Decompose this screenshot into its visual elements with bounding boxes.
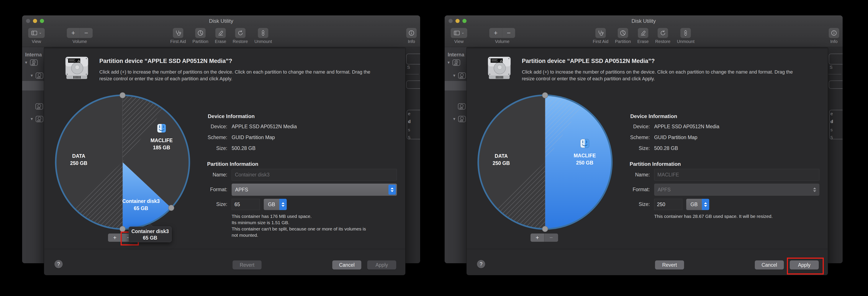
- sidebar-selected-row[interactable]: [22, 81, 44, 90]
- add-partition-button[interactable]: +: [108, 234, 122, 242]
- unmount-control: Unmount: [677, 28, 694, 44]
- dialog-description-line: Click add (+) to increase the number of …: [99, 68, 370, 75]
- help-button[interactable]: ?: [55, 260, 63, 268]
- revert-button[interactable]: Revert: [232, 260, 261, 269]
- partition-pie-chart[interactable]: MACLIFE250 GBDATA250 GB: [473, 90, 617, 234]
- size-unit-select[interactable]: GB: [264, 199, 287, 210]
- pie-slice-size: 185 GB: [153, 145, 170, 150]
- erase-label: Erase: [215, 39, 226, 44]
- revert-button[interactable]: Revert: [655, 260, 684, 269]
- info-label: Info: [830, 39, 837, 44]
- sidebar-item-volume[interactable]: [458, 103, 466, 110]
- partition-add-remove-control: + −: [530, 234, 558, 242]
- resize-handle[interactable]: [542, 226, 548, 232]
- stepper-icon[interactable]: [279, 199, 287, 210]
- size-unit-value: GB: [264, 199, 279, 210]
- pie-slice-name: MACLIFE: [151, 138, 173, 143]
- unmount-label: Unmount: [677, 39, 694, 44]
- background-fragment-text: 5: [408, 135, 410, 140]
- size-unit-select[interactable]: GB: [686, 199, 709, 210]
- disk-icon: [458, 103, 466, 110]
- unmount-button[interactable]: [258, 28, 268, 38]
- remove-partition-button[interactable]: −: [545, 234, 558, 242]
- dialog-description-line: resize control or enter the size of each…: [522, 75, 793, 82]
- background-fragment-text: 5: [831, 135, 833, 140]
- pie-slice-name: DATA: [495, 153, 508, 159]
- sidebar-item-container[interactable]: ▼: [30, 72, 43, 79]
- scheme-value: GUID Partition Map: [231, 135, 275, 140]
- restore-button[interactable]: [658, 28, 668, 38]
- partition-tooltip: Container disk3 65 GB: [129, 227, 172, 242]
- unmount-eject-icon: [260, 30, 266, 36]
- hard-drive-icon: [65, 55, 89, 80]
- scheme-value: GUID Partition Map: [654, 135, 697, 140]
- first-aid-button[interactable]: [173, 28, 183, 38]
- sidebar: Interna ▼ ▼: [22, 47, 44, 263]
- erase-pencil-icon: [217, 30, 224, 36]
- pie-slice-size: 250 GB: [70, 160, 87, 166]
- sidebar-selected-row[interactable]: [445, 81, 467, 90]
- info-button[interactable]: [406, 28, 417, 38]
- unmount-eject-icon: [682, 30, 689, 36]
- partition-pie-chart[interactable]: MACLIFE185 GBContainer disk365 GBDATA250…: [51, 90, 194, 234]
- erase-button[interactable]: [215, 28, 226, 38]
- partition-information-heading: Partition Information: [207, 161, 258, 167]
- disclosure-triangle-icon[interactable]: ▼: [30, 73, 34, 78]
- background-divider: [828, 74, 841, 75]
- partition-note-line: This container has 176 MB used space.: [231, 213, 366, 219]
- sidebar-item-disk[interactable]: ▼: [24, 59, 38, 66]
- sidebar-item-disk[interactable]: ▼: [447, 59, 461, 66]
- info-button[interactable]: [829, 28, 839, 38]
- resize-handle[interactable]: [120, 226, 125, 232]
- format-select[interactable]: APFS: [654, 184, 819, 196]
- erase-button[interactable]: [638, 28, 648, 38]
- disk-icon: [458, 72, 466, 79]
- partition-button[interactable]: [618, 28, 628, 38]
- disclosure-triangle-icon[interactable]: ▼: [30, 117, 34, 121]
- background-fragment-text: s: [408, 127, 410, 132]
- format-label: Format:: [183, 187, 227, 193]
- device-size-label: Size:: [183, 145, 227, 151]
- disclosure-triangle-icon[interactable]: ▼: [447, 61, 451, 65]
- partition-name-field[interactable]: MACLIFE: [654, 169, 819, 181]
- resize-handle[interactable]: [542, 92, 548, 98]
- finder-icon: [157, 124, 166, 132]
- stethoscope-icon: [597, 30, 604, 36]
- background-window-strip: S e d s 5: [828, 47, 843, 263]
- background-fragment: [829, 54, 843, 64]
- apply-button[interactable]: Apply: [367, 260, 396, 269]
- resize-handle[interactable]: [168, 205, 174, 211]
- resize-handle[interactable]: [120, 92, 125, 98]
- sidebar-item-volume[interactable]: [35, 103, 43, 110]
- sidebar-item-volume[interactable]: ▼: [453, 116, 466, 122]
- help-button[interactable]: ?: [477, 260, 485, 268]
- tooltip-name: Container disk3: [129, 228, 172, 235]
- disclosure-triangle-icon[interactable]: ▼: [24, 61, 28, 65]
- pie-slice-size: 65 GB: [134, 206, 148, 211]
- cancel-button[interactable]: Cancel: [755, 260, 784, 269]
- partition-note-line: This container can't be split, because o…: [231, 226, 366, 232]
- disclosure-triangle-icon[interactable]: ▼: [453, 117, 456, 121]
- pie-slice-name: Container disk3: [122, 198, 160, 204]
- partition-name-field[interactable]: Container disk3: [231, 169, 397, 181]
- dialog-title: Partition device “APPLE SSD AP0512N Medi…: [99, 58, 232, 64]
- stepper-icon[interactable]: [702, 199, 709, 210]
- background-fragment-text: s: [831, 127, 833, 132]
- stepper-icon[interactable]: [811, 185, 818, 195]
- info-label: Info: [408, 39, 415, 44]
- background-divider: [406, 74, 419, 75]
- add-partition-button[interactable]: +: [530, 234, 545, 242]
- format-select[interactable]: APFS: [231, 184, 397, 196]
- partition-size-input[interactable]: 250: [654, 199, 682, 210]
- partition-button[interactable]: [195, 28, 206, 38]
- partition-size-input[interactable]: 65: [231, 199, 260, 210]
- stepper-icon[interactable]: [389, 185, 396, 195]
- device-size-value: 500.28 GB: [231, 145, 255, 151]
- sidebar-item-volume[interactable]: ▼: [30, 116, 43, 122]
- restore-button[interactable]: [235, 28, 246, 38]
- unmount-button[interactable]: [680, 28, 691, 38]
- disclosure-triangle-icon[interactable]: ▼: [453, 73, 456, 78]
- cancel-button[interactable]: Cancel: [332, 260, 361, 269]
- sidebar-item-container[interactable]: ▼: [453, 72, 466, 79]
- first-aid-button[interactable]: [595, 28, 606, 38]
